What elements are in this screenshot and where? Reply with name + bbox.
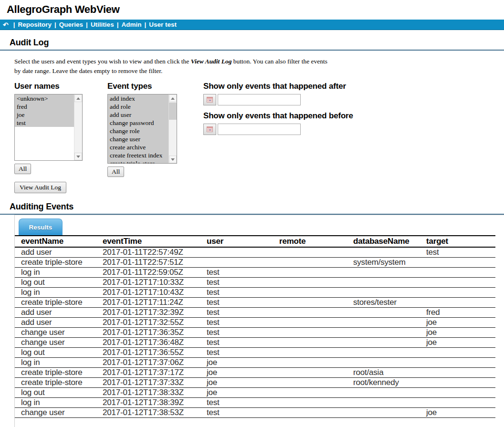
nav-item-utilities[interactable]: Utilities (91, 21, 114, 28)
event-types-scrollbar[interactable] (168, 94, 177, 163)
cell-databaseName (351, 328, 424, 338)
view-audit-log-button[interactable]: View Audit Log (14, 182, 66, 193)
cell-eventName: log in (15, 358, 101, 368)
event-types-label: Event types (107, 82, 177, 91)
event-types-all-button[interactable]: All (107, 167, 124, 177)
cell-user: joe (205, 378, 277, 388)
scroll-down-button[interactable] (74, 153, 82, 160)
list-option[interactable]: test (15, 119, 74, 127)
cell-databaseName: root/asia (351, 368, 424, 378)
list-option[interactable]: create triple-store (108, 159, 168, 163)
cell-databaseName (351, 338, 424, 348)
cell-eventName: change user (15, 408, 101, 418)
cell-eventTime: 2017-01-11T22:57:51Z (101, 258, 205, 268)
before-calendar-button[interactable] (203, 124, 216, 135)
nav-separator: | (86, 21, 88, 28)
audit-log-heading-rule: Audit Log (0, 30, 504, 51)
cell-eventTime: 2017-01-12T17:11:24Z (101, 298, 205, 308)
user-names-label: User names (14, 82, 83, 91)
list-option[interactable]: create archive (108, 143, 168, 151)
list-option[interactable]: add role (108, 103, 168, 111)
cell-user: test (205, 408, 277, 418)
table-row: log out2017-01-12T17:38:33Zjoe (15, 388, 495, 398)
cell-target: joe (424, 328, 495, 338)
table-row: add user2017-01-11T22:57:49Ztest (15, 247, 495, 258)
triangle-up-icon (171, 97, 175, 100)
scroll-track[interactable] (169, 102, 177, 156)
app-title: AllegroGraph WebView (0, 0, 504, 20)
instructions-text: Select the users and event types you wis… (14, 57, 333, 75)
cell-remote (277, 298, 351, 308)
table-row: add user2017-01-12T17:32:39Ztestfred (15, 308, 495, 318)
list-option[interactable]: fred (15, 103, 74, 111)
list-option[interactable]: add index (108, 94, 168, 103)
cell-target (424, 298, 495, 308)
back-arrow-icon[interactable]: ↶ (3, 21, 9, 29)
top-navbar: ↶ |Repository|Queries|Utilities|Admin|Us… (0, 20, 504, 30)
table-row: create triple-store2017-01-12T17:37:17Zj… (15, 368, 495, 378)
nav-item-queries[interactable]: Queries (59, 21, 83, 28)
cell-databaseName: stores/tester (351, 298, 424, 308)
nav-item-user-test[interactable]: User test (149, 21, 177, 28)
table-row: change user2017-01-12T17:38:53Ztestjoe (15, 408, 495, 418)
cell-user: test (205, 298, 277, 308)
scroll-thumb[interactable] (169, 103, 177, 120)
cell-target: joe (424, 408, 495, 418)
after-date-input[interactable] (218, 94, 301, 105)
table-header: eventNameeventTimeuserremotedatabaseName… (15, 236, 495, 247)
list-option[interactable]: add user (108, 111, 168, 119)
after-calendar-button[interactable] (203, 94, 216, 105)
list-option[interactable]: change password (108, 119, 168, 127)
cell-user: test (205, 288, 277, 298)
list-option[interactable]: change user (108, 135, 168, 143)
nav-item-repository[interactable]: Repository (18, 21, 52, 28)
list-option[interactable]: joe (15, 111, 74, 119)
user-names-scrollbar[interactable] (74, 94, 82, 160)
column-header-databaseName: databaseName (351, 236, 424, 247)
audit-events-table: eventNameeventTimeuserremotedatabaseName… (15, 235, 495, 418)
list-option[interactable]: create freetext index (108, 151, 168, 159)
cell-user (205, 247, 277, 258)
cell-databaseName (351, 308, 424, 318)
scroll-up-button[interactable] (169, 94, 177, 102)
cell-target: test (424, 247, 495, 258)
cell-eventName: add user (15, 247, 101, 258)
cell-remote (277, 308, 351, 318)
cell-eventName: create triple-store (15, 298, 101, 308)
cell-target: joe (424, 338, 495, 348)
cell-databaseName: system/system (351, 258, 424, 268)
scroll-up-button[interactable] (74, 94, 82, 102)
cell-remote (277, 348, 351, 358)
calendar-icon (207, 96, 213, 103)
table-row: log out2017-01-12T17:10:33Ztest (15, 278, 495, 288)
user-names-all-button[interactable]: All (14, 164, 31, 174)
cell-user: joe (205, 388, 277, 398)
user-names-options: <unknown>fredjoetest (15, 94, 74, 160)
instructions-before: Select the users and event types you wis… (14, 58, 191, 65)
cell-target (424, 258, 495, 268)
cell-eventName: add user (15, 308, 101, 318)
after-filter-row (203, 94, 353, 105)
event-types-listbox[interactable]: add indexadd roleadd userchange password… (107, 94, 177, 164)
cell-databaseName (351, 358, 424, 368)
cell-user: test (205, 278, 277, 288)
list-option[interactable]: change role (108, 127, 168, 135)
nav-separator: | (54, 21, 56, 28)
scroll-down-button[interactable] (169, 156, 177, 163)
cell-databaseName (351, 388, 424, 398)
list-option[interactable]: <unknown> (15, 94, 74, 103)
user-names-listbox[interactable]: <unknown>fredjoetest (14, 94, 83, 161)
scroll-track[interactable] (74, 102, 82, 153)
cell-remote (277, 378, 351, 388)
cell-user: test (205, 348, 277, 358)
auditing-events-heading: Auditing Events (10, 202, 504, 214)
auditing-events-heading-rule: Auditing Events (0, 202, 504, 215)
table-row: log in2017-01-12T17:38:39Ztest (15, 398, 495, 408)
before-date-input[interactable] (218, 124, 301, 135)
nav-separator: | (117, 21, 119, 28)
cell-remote (277, 398, 351, 408)
table-row: add user2017-01-12T17:32:55Ztestjoe (15, 318, 495, 328)
tab-results[interactable]: Results (19, 219, 63, 235)
table-row: create triple-store2017-01-12T17:11:24Zt… (15, 298, 495, 308)
nav-item-admin[interactable]: Admin (121, 21, 141, 28)
